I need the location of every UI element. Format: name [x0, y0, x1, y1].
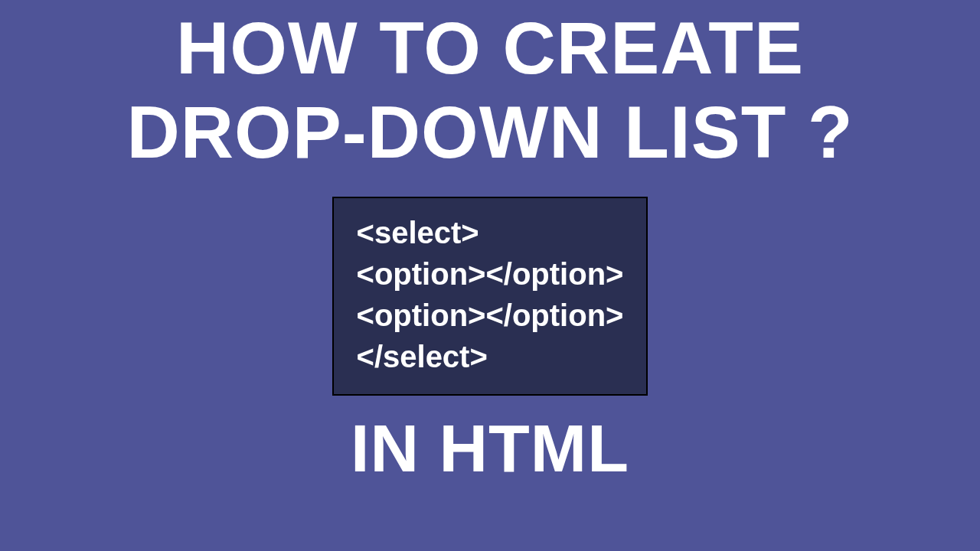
- code-line-4: </select>: [357, 336, 624, 377]
- code-example-box: <select> <option></option> <option></opt…: [332, 197, 648, 396]
- code-line-2: <option></option>: [357, 253, 624, 295]
- title-line-1: HOW TO CREATE: [176, 7, 804, 89]
- main-title: HOW TO CREATE DROP-DOWN LIST ?: [126, 6, 853, 175]
- title-line-2: DROP-DOWN LIST ?: [126, 91, 853, 173]
- footer-text: IN HTML: [351, 409, 629, 487]
- code-line-1: <select>: [357, 212, 624, 253]
- code-line-3: <option></option>: [357, 295, 624, 336]
